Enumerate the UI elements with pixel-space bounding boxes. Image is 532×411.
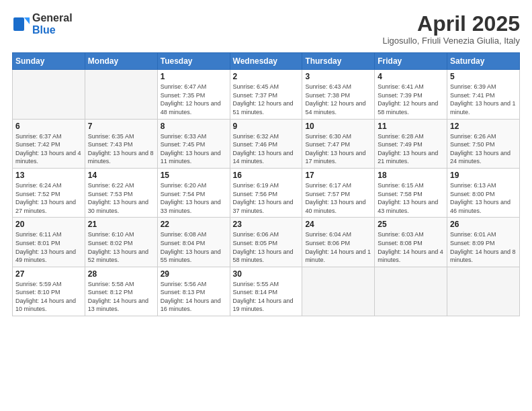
- day-info: Sunrise: 6:45 AMSunset: 7:37 PMDaylight:…: [233, 83, 300, 116]
- calendar-cell: 30Sunrise: 5:55 AMSunset: 8:14 PMDayligh…: [230, 267, 302, 316]
- day-info: Sunrise: 6:47 AMSunset: 7:35 PMDaylight:…: [161, 83, 227, 116]
- day-number: 22: [161, 220, 227, 229]
- col-header-wednesday: Wednesday: [230, 53, 302, 70]
- calendar-cell: 7Sunrise: 6:35 AMSunset: 7:43 PMDaylight…: [85, 119, 157, 168]
- day-info: Sunrise: 6:26 AMSunset: 7:50 PMDaylight:…: [450, 132, 517, 166]
- day-number: 19: [450, 171, 517, 180]
- day-number: 5: [450, 72, 517, 81]
- calendar-cell: 5Sunrise: 6:39 AMSunset: 7:41 PMDaylight…: [447, 70, 520, 119]
- col-header-thursday: Thursday: [302, 53, 375, 70]
- day-number: 9: [233, 122, 300, 131]
- calendar-cell: 12Sunrise: 6:26 AMSunset: 7:50 PMDayligh…: [447, 119, 520, 168]
- calendar-cell: [302, 267, 375, 316]
- calendar-cell: 1Sunrise: 6:47 AMSunset: 7:35 PMDaylight…: [157, 70, 230, 119]
- day-info: Sunrise: 6:22 AMSunset: 7:53 PMDaylight:…: [88, 181, 154, 215]
- day-info: Sunrise: 6:35 AMSunset: 7:43 PMDaylight:…: [88, 132, 154, 166]
- col-header-monday: Monday: [85, 53, 157, 70]
- calendar-cell: 16Sunrise: 6:19 AMSunset: 7:56 PMDayligh…: [230, 168, 302, 217]
- day-number: 21: [88, 220, 154, 229]
- calendar-cell: 9Sunrise: 6:32 AMSunset: 7:46 PMDaylight…: [230, 119, 302, 168]
- day-number: 30: [233, 269, 300, 279]
- calendar-cell: 8Sunrise: 6:33 AMSunset: 7:45 PMDaylight…: [157, 119, 230, 168]
- calendar-cell: 26Sunrise: 6:01 AMSunset: 8:09 PMDayligh…: [447, 218, 520, 267]
- day-info: Sunrise: 5:59 AMSunset: 8:10 PMDaylight:…: [15, 280, 82, 314]
- calendar-title: April 2025: [383, 12, 521, 36]
- day-number: 29: [161, 269, 227, 279]
- logo: General Blue: [12, 12, 73, 36]
- week-row-3: 13Sunrise: 6:24 AMSunset: 7:52 PMDayligh…: [13, 168, 520, 217]
- day-info: Sunrise: 6:30 AMSunset: 7:47 PMDaylight:…: [305, 132, 371, 166]
- day-info: Sunrise: 6:10 AMSunset: 8:02 PMDaylight:…: [88, 230, 154, 264]
- day-info: Sunrise: 6:04 AMSunset: 8:06 PMDaylight:…: [305, 230, 371, 264]
- day-number: 25: [378, 220, 444, 229]
- day-number: 4: [378, 72, 444, 81]
- day-number: 13: [15, 171, 82, 180]
- title-block: April 2025 Ligosullo, Friuli Venezia Giu…: [383, 12, 521, 46]
- calendar-cell: 2Sunrise: 6:45 AMSunset: 7:37 PMDaylight…: [230, 70, 302, 119]
- col-header-friday: Friday: [375, 53, 447, 70]
- calendar-cell: 20Sunrise: 6:11 AMSunset: 8:01 PMDayligh…: [13, 218, 85, 267]
- day-info: Sunrise: 6:28 AMSunset: 7:49 PMDaylight:…: [378, 132, 444, 166]
- day-info: Sunrise: 6:06 AMSunset: 8:05 PMDaylight:…: [233, 230, 300, 264]
- day-number: 27: [15, 269, 82, 279]
- day-number: 18: [378, 171, 444, 180]
- day-info: Sunrise: 6:37 AMSunset: 7:42 PMDaylight:…: [15, 132, 82, 166]
- day-number: 17: [305, 171, 371, 180]
- day-info: Sunrise: 6:41 AMSunset: 7:39 PMDaylight:…: [378, 83, 444, 116]
- day-number: 16: [233, 171, 300, 180]
- calendar-cell: 21Sunrise: 6:10 AMSunset: 8:02 PMDayligh…: [85, 218, 157, 267]
- day-info: Sunrise: 6:15 AMSunset: 7:58 PMDaylight:…: [378, 181, 444, 215]
- day-number: 24: [305, 220, 371, 229]
- day-info: Sunrise: 5:56 AMSunset: 8:13 PMDaylight:…: [161, 280, 227, 314]
- day-info: Sunrise: 6:11 AMSunset: 8:01 PMDaylight:…: [15, 230, 82, 264]
- calendar-cell: 14Sunrise: 6:22 AMSunset: 7:53 PMDayligh…: [85, 168, 157, 217]
- day-info: Sunrise: 6:20 AMSunset: 7:54 PMDaylight:…: [161, 181, 227, 215]
- calendar-cell: 10Sunrise: 6:30 AMSunset: 7:47 PMDayligh…: [302, 119, 375, 168]
- day-info: Sunrise: 6:13 AMSunset: 8:00 PMDaylight:…: [450, 181, 517, 215]
- calendar-cell: 4Sunrise: 6:41 AMSunset: 7:39 PMDaylight…: [375, 70, 447, 119]
- day-number: 12: [450, 122, 517, 131]
- calendar-cell: 11Sunrise: 6:28 AMSunset: 7:49 PMDayligh…: [375, 119, 447, 168]
- day-number: 8: [161, 122, 227, 131]
- day-number: 10: [305, 122, 371, 131]
- calendar-cell: 18Sunrise: 6:15 AMSunset: 7:58 PMDayligh…: [375, 168, 447, 217]
- day-info: Sunrise: 6:01 AMSunset: 8:09 PMDaylight:…: [450, 230, 517, 264]
- day-number: 6: [15, 122, 82, 131]
- calendar-cell: 19Sunrise: 6:13 AMSunset: 8:00 PMDayligh…: [447, 168, 520, 217]
- logo-line1: General: [32, 12, 73, 24]
- calendar-cell: 13Sunrise: 6:24 AMSunset: 7:52 PMDayligh…: [13, 168, 85, 217]
- day-number: 15: [161, 171, 227, 180]
- day-number: 20: [15, 220, 82, 229]
- calendar-cell: [13, 70, 85, 119]
- day-number: 28: [88, 269, 154, 279]
- day-number: 1: [161, 72, 227, 81]
- day-info: Sunrise: 6:08 AMSunset: 8:04 PMDaylight:…: [161, 230, 227, 264]
- day-number: 14: [88, 171, 154, 180]
- day-info: Sunrise: 6:19 AMSunset: 7:56 PMDaylight:…: [233, 181, 300, 215]
- svg-marker-1: [24, 17, 30, 24]
- day-number: 3: [305, 72, 371, 81]
- day-number: 11: [378, 122, 444, 131]
- day-info: Sunrise: 6:03 AMSunset: 8:08 PMDaylight:…: [378, 230, 444, 264]
- calendar-cell: [85, 70, 157, 119]
- calendar-table: SundayMondayTuesdayWednesdayThursdayFrid…: [12, 52, 520, 316]
- calendar-cell: 27Sunrise: 5:59 AMSunset: 8:10 PMDayligh…: [13, 267, 85, 316]
- calendar-cell: 25Sunrise: 6:03 AMSunset: 8:08 PMDayligh…: [375, 218, 447, 267]
- day-info: Sunrise: 6:24 AMSunset: 7:52 PMDaylight:…: [15, 181, 82, 215]
- calendar-cell: 24Sunrise: 6:04 AMSunset: 8:06 PMDayligh…: [302, 218, 375, 267]
- header-row: SundayMondayTuesdayWednesdayThursdayFrid…: [13, 53, 520, 70]
- day-info: Sunrise: 6:17 AMSunset: 7:57 PMDaylight:…: [305, 181, 371, 215]
- week-row-1: 1Sunrise: 6:47 AMSunset: 7:35 PMDaylight…: [13, 70, 520, 119]
- svg-rect-0: [13, 17, 24, 31]
- col-header-saturday: Saturday: [447, 53, 520, 70]
- calendar-cell: 29Sunrise: 5:56 AMSunset: 8:13 PMDayligh…: [157, 267, 230, 316]
- day-info: Sunrise: 5:58 AMSunset: 8:12 PMDaylight:…: [88, 280, 154, 314]
- page: General Blue April 2025 Ligosullo, Friul…: [0, 0, 532, 323]
- calendar-cell: 6Sunrise: 6:37 AMSunset: 7:42 PMDaylight…: [13, 119, 85, 168]
- week-row-2: 6Sunrise: 6:37 AMSunset: 7:42 PMDaylight…: [13, 119, 520, 168]
- day-info: Sunrise: 6:39 AMSunset: 7:41 PMDaylight:…: [450, 83, 517, 116]
- day-number: 26: [450, 220, 517, 229]
- col-header-tuesday: Tuesday: [157, 53, 230, 70]
- header: General Blue April 2025 Ligosullo, Friul…: [12, 12, 520, 46]
- calendar-cell: 23Sunrise: 6:06 AMSunset: 8:05 PMDayligh…: [230, 218, 302, 267]
